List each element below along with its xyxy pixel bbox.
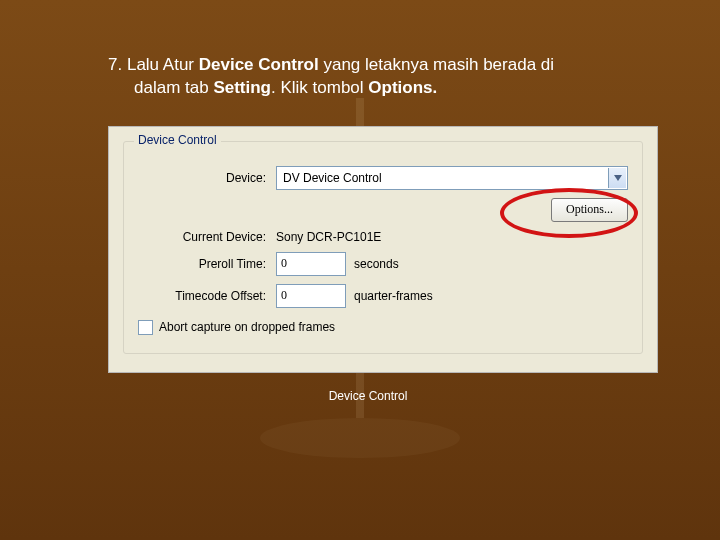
svg-point-2 bbox=[260, 418, 460, 458]
preroll-unit: seconds bbox=[354, 257, 399, 271]
abort-capture-checkbox[interactable] bbox=[138, 320, 153, 335]
timecode-offset-label: Timecode Offset: bbox=[138, 289, 266, 303]
figure-caption: Device Control bbox=[108, 389, 628, 403]
current-device-label: Current Device: bbox=[138, 230, 266, 244]
device-control-groupbox: Device Control Device: DV Device Control… bbox=[123, 141, 643, 354]
timecode-offset-input[interactable] bbox=[276, 284, 346, 308]
current-device-value: Sony DCR-PC101E bbox=[276, 230, 381, 244]
groupbox-title: Device Control bbox=[134, 133, 221, 147]
device-dropdown-value: DV Device Control bbox=[277, 171, 388, 185]
device-label: Device: bbox=[138, 171, 266, 185]
instruction-text: 7. Lalu Atur Device Control yang letakny… bbox=[108, 54, 668, 100]
abort-capture-label: Abort capture on dropped frames bbox=[159, 320, 335, 334]
options-button[interactable]: Options... bbox=[551, 198, 628, 222]
timecode-offset-unit: quarter-frames bbox=[354, 289, 433, 303]
chevron-down-icon[interactable] bbox=[608, 168, 626, 188]
preroll-label: Preroll Time: bbox=[138, 257, 266, 271]
device-control-panel: Device Control Device: DV Device Control… bbox=[108, 126, 658, 373]
preroll-input[interactable] bbox=[276, 252, 346, 276]
device-dropdown[interactable]: DV Device Control bbox=[276, 166, 628, 190]
